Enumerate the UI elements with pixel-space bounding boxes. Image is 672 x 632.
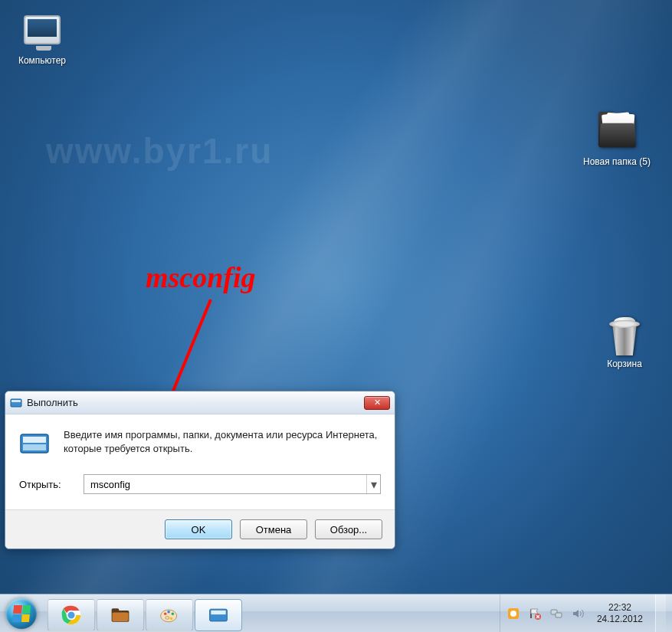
browse-button[interactable]: Обзор... bbox=[315, 519, 382, 539]
desktop-icon-trash[interactable]: Корзина bbox=[590, 319, 659, 369]
open-label: Открыть: bbox=[19, 479, 74, 490]
paint-icon bbox=[159, 604, 180, 626]
tray-volume-icon[interactable] bbox=[571, 607, 585, 621]
tray-network-icon[interactable] bbox=[549, 607, 563, 621]
annotation-label: msconfig bbox=[146, 260, 256, 294]
start-button[interactable] bbox=[0, 594, 43, 632]
run-dialog-icon bbox=[19, 428, 50, 459]
close-button[interactable]: ✕ bbox=[364, 396, 390, 410]
svg-rect-5 bbox=[23, 444, 46, 450]
tray-clock[interactable]: 22:32 24.12.2012 bbox=[592, 602, 647, 625]
svg-point-18 bbox=[166, 616, 169, 619]
run-dialog: Выполнить ✕ Введите имя программы, папки… bbox=[5, 391, 395, 549]
desktop-icon-folder[interactable]: Новая папка (5) bbox=[582, 113, 651, 167]
taskbar-buttons bbox=[43, 594, 242, 632]
system-tray: 22:32 24.12.2012 bbox=[500, 594, 672, 632]
tray-time: 22:32 bbox=[597, 602, 643, 614]
close-icon: ✕ bbox=[374, 398, 381, 407]
chevron-down-icon: ▾ bbox=[371, 477, 377, 492]
svg-point-22 bbox=[510, 611, 516, 617]
run-icon bbox=[208, 604, 229, 626]
open-combobox[interactable]: ▾ bbox=[84, 474, 381, 494]
windows-logo-icon bbox=[6, 598, 37, 629]
desktop-icon-label: Компьютер bbox=[8, 55, 77, 66]
svg-point-14 bbox=[164, 612, 167, 615]
svg-rect-20 bbox=[211, 610, 225, 614]
svg-rect-11 bbox=[112, 608, 120, 612]
open-input[interactable] bbox=[84, 475, 366, 493]
taskbar: 22:32 24.12.2012 bbox=[0, 594, 672, 632]
computer-icon bbox=[24, 15, 61, 52]
svg-rect-4 bbox=[23, 437, 46, 443]
dropdown-button[interactable]: ▾ bbox=[366, 475, 380, 493]
taskbar-button-run[interactable] bbox=[195, 599, 242, 631]
cancel-button[interactable]: Отмена bbox=[240, 519, 307, 539]
folder-icon bbox=[110, 604, 131, 626]
folder-icon bbox=[598, 116, 635, 153]
taskbar-button-explorer[interactable] bbox=[97, 599, 144, 631]
watermark-text: www.byr1.ru bbox=[46, 130, 273, 172]
tray-date: 24.12.2012 bbox=[597, 614, 643, 625]
desktop[interactable]: www.byr1.ru Компьютер Новая папка (5) Ко… bbox=[0, 0, 672, 632]
svg-point-17 bbox=[170, 617, 173, 620]
svg-rect-25 bbox=[556, 613, 562, 617]
show-desktop-button[interactable] bbox=[655, 594, 666, 633]
run-title-icon bbox=[10, 397, 22, 409]
tray-flag-icon[interactable] bbox=[528, 607, 542, 621]
taskbar-button-paint[interactable] bbox=[146, 599, 193, 631]
svg-rect-12 bbox=[113, 612, 129, 621]
taskbar-button-chrome[interactable] bbox=[48, 599, 95, 631]
svg-point-15 bbox=[167, 610, 170, 613]
trash-icon bbox=[606, 319, 643, 355]
ok-button[interactable]: OK bbox=[165, 519, 232, 539]
run-titlebar[interactable]: Выполнить ✕ bbox=[5, 391, 395, 414]
desktop-icon-computer[interactable]: Компьютер bbox=[8, 15, 77, 66]
svg-rect-2 bbox=[11, 400, 21, 402]
tray-app-icon[interactable] bbox=[506, 607, 520, 621]
run-footer: OK Отмена Обзор... bbox=[5, 509, 395, 548]
run-title-text: Выполнить bbox=[27, 397, 78, 408]
chrome-icon bbox=[61, 604, 82, 626]
svg-point-16 bbox=[172, 612, 175, 615]
run-description: Введите имя программы, папки, документа … bbox=[64, 428, 381, 459]
desktop-icon-label: Корзина bbox=[590, 359, 659, 369]
desktop-icon-label: Новая папка (5) bbox=[582, 156, 651, 167]
